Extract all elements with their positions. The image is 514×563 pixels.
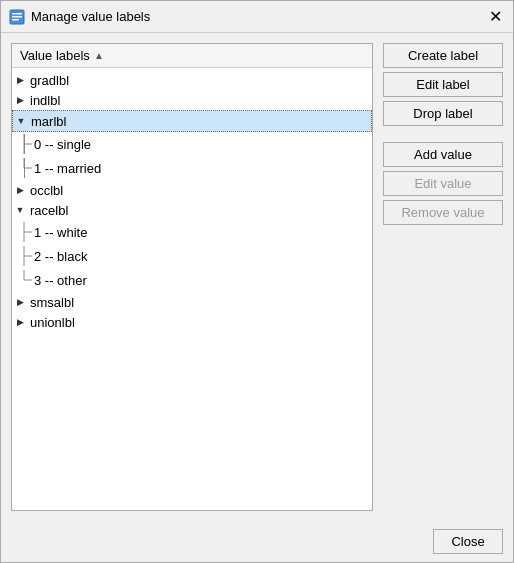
tree-label-racelbl-1: 1 -- white — [32, 225, 87, 240]
add-value-button[interactable]: Add value — [383, 142, 503, 167]
tree-header: Value labels ▲ — [12, 44, 372, 68]
dialog-icon — [9, 9, 25, 25]
tree-child-racelbl-1[interactable]: 1 -- white — [12, 220, 372, 244]
manage-value-labels-dialog: Manage value labels ✕ Value labels ▲ ▶ g… — [0, 0, 514, 563]
expand-indlbl[interactable]: ▶ — [12, 92, 28, 108]
tree-item-racelbl[interactable]: ▼ racelbl — [12, 200, 372, 220]
expand-occlbl[interactable]: ▶ — [12, 182, 28, 198]
create-label-button[interactable]: Create label — [383, 43, 503, 68]
tree-label-smsalbl: smsalbl — [28, 295, 74, 310]
tree-label-marlbl-0: 0 -- single — [32, 137, 91, 152]
line-4 — [16, 246, 32, 266]
expand-racelbl[interactable]: ▼ — [12, 202, 28, 218]
svg-rect-1 — [12, 13, 22, 15]
tree-child-racelbl-2[interactable]: 2 -- black — [12, 244, 372, 268]
tree-child-marlbl-0[interactable]: 0 -- single — [12, 132, 372, 156]
line-2 — [16, 158, 32, 178]
tree-label-indlbl: indlbl — [28, 93, 60, 108]
dialog-title: Manage value labels — [31, 9, 485, 24]
bottom-bar: Close — [1, 521, 513, 562]
tree-item-indlbl[interactable]: ▶ indlbl — [12, 90, 372, 110]
remove-value-button[interactable]: Remove value — [383, 200, 503, 225]
sort-icon: ▲ — [94, 50, 104, 61]
tree-label-unionlbl: unionlbl — [28, 315, 75, 330]
tree-label-racelbl-3: 3 -- other — [32, 273, 87, 288]
expand-smsalbl[interactable]: ▶ — [12, 294, 28, 310]
expand-unionlbl[interactable]: ▶ — [12, 314, 28, 330]
expand-marlbl[interactable]: ▼ — [13, 113, 29, 129]
svg-rect-2 — [12, 16, 22, 18]
dialog-content: Value labels ▲ ▶ gradlbl ▶ indlbl ▼ marl… — [1, 33, 513, 521]
right-button-panel: Create label Edit label Drop label Add v… — [383, 43, 503, 511]
tree-label-marlbl: marlbl — [29, 114, 66, 129]
tree-header-label: Value labels — [20, 48, 90, 63]
tree-label-racelbl-2: 2 -- black — [32, 249, 87, 264]
svg-rect-3 — [12, 19, 19, 21]
tree-label-occlbl: occlbl — [28, 183, 63, 198]
edit-value-button[interactable]: Edit value — [383, 171, 503, 196]
tree-item-smsalbl[interactable]: ▶ smsalbl — [12, 292, 372, 312]
close-button[interactable]: Close — [433, 529, 503, 554]
line-3 — [16, 222, 32, 242]
spacer-1 — [383, 130, 503, 138]
tree-item-unionlbl[interactable]: ▶ unionlbl — [12, 312, 372, 332]
tree-label-racelbl: racelbl — [28, 203, 68, 218]
edit-label-button[interactable]: Edit label — [383, 72, 503, 97]
tree-item-marlbl[interactable]: ▼ marlbl — [12, 110, 372, 132]
drop-label-button[interactable]: Drop label — [383, 101, 503, 126]
line-1 — [16, 134, 32, 154]
tree-item-gradlbl[interactable]: ▶ gradlbl — [12, 70, 372, 90]
tree-label-gradlbl: gradlbl — [28, 73, 69, 88]
tree-child-racelbl-3[interactable]: 3 -- other — [12, 268, 372, 292]
tree-child-marlbl-1[interactable]: 1 -- married — [12, 156, 372, 180]
value-labels-panel: Value labels ▲ ▶ gradlbl ▶ indlbl ▼ marl… — [11, 43, 373, 511]
tree-item-occlbl[interactable]: ▶ occlbl — [12, 180, 372, 200]
tree-label-marlbl-1: 1 -- married — [32, 161, 101, 176]
title-bar: Manage value labels ✕ — [1, 1, 513, 33]
tree-body[interactable]: ▶ gradlbl ▶ indlbl ▼ marlbl — [12, 68, 372, 510]
line-5 — [16, 270, 32, 290]
close-icon[interactable]: ✕ — [485, 7, 505, 27]
expand-gradlbl[interactable]: ▶ — [12, 72, 28, 88]
